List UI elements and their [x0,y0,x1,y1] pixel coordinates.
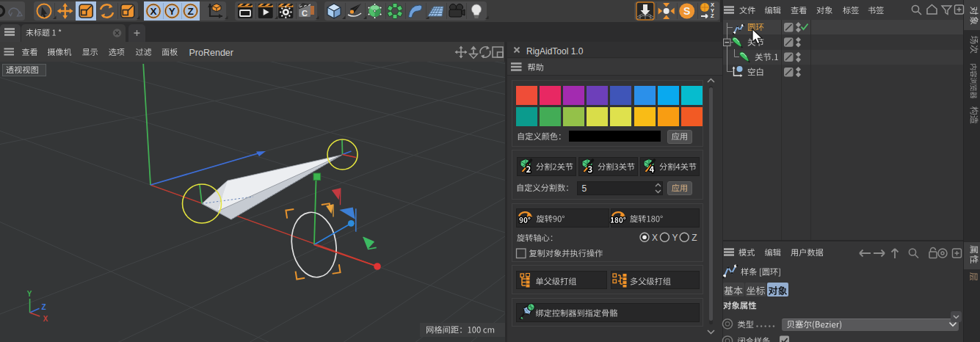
svg-text:Z: Z [42,303,46,311]
svg-text:X: X [43,315,48,323]
svg-text:Y: Y [27,290,32,298]
